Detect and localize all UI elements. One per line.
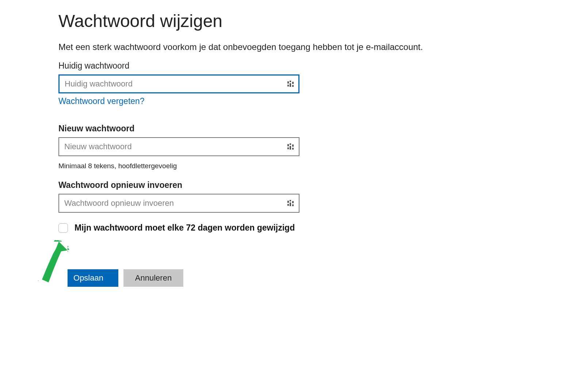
current-password-group: Huidig wachtwoord Wachtwoord vergeten? [58, 61, 530, 116]
svg-marker-27 [50, 241, 68, 253]
svg-rect-8 [292, 144, 294, 147]
cancel-button[interactable]: Annuleren [123, 269, 183, 287]
password-hint: Minimaal 8 tekens, hoofdlettergevoelig [58, 162, 530, 170]
svg-rect-6 [287, 144, 289, 146]
forgot-password-link[interactable]: Wachtwoord vergeten? [58, 96, 145, 106]
svg-marker-26 [50, 242, 68, 253]
svg-rect-14 [292, 201, 294, 203]
expire-checkbox[interactable] [58, 223, 68, 233]
new-password-label: Nieuw wachtwoord [58, 124, 530, 134]
expire-checkbox-row: Mijn wachtwoord moet elke 72 dagen worde… [58, 223, 530, 233]
svg-rect-0 [287, 81, 289, 84]
svg-marker-29 [49, 242, 68, 253]
new-password-wrapper [58, 137, 299, 156]
page-description: Met een sterk wachtwoord voorkom je dat … [58, 42, 530, 52]
confirm-password-input[interactable] [58, 194, 299, 213]
svg-marker-20 [60, 240, 69, 252]
page-title: Wachtwoord wijzigen [58, 11, 530, 31]
svg-rect-11 [292, 148, 294, 150]
current-password-wrapper [58, 74, 299, 93]
svg-rect-9 [287, 147, 289, 149]
svg-rect-15 [287, 204, 289, 206]
svg-rect-13 [290, 200, 291, 201]
svg-rect-1 [290, 81, 291, 82]
svg-rect-16 [290, 202, 291, 206]
svg-marker-24 [59, 241, 68, 254]
svg-rect-3 [287, 85, 289, 86]
confirm-password-wrapper [58, 194, 299, 213]
svg-marker-22 [57, 241, 69, 252]
svg-rect-10 [290, 146, 291, 150]
save-button[interactable]: Opslaan [58, 269, 118, 287]
new-password-input[interactable] [58, 137, 299, 156]
button-row: Opslaan Annuleren [58, 269, 530, 287]
new-password-group: Nieuw wachtwoord Minimaal 8 tekens, hoof… [58, 124, 530, 170]
svg-rect-17 [292, 204, 294, 206]
svg-rect-5 [292, 85, 294, 87]
confirm-password-group: Wachtwoord opnieuw invoeren [58, 180, 530, 213]
password-manager-icon[interactable] [287, 80, 294, 88]
current-password-input[interactable] [58, 74, 299, 93]
confirm-password-label: Wachtwoord opnieuw invoeren [58, 180, 530, 190]
current-password-label: Huidig wachtwoord [58, 61, 530, 71]
svg-rect-4 [290, 83, 291, 87]
expire-checkbox-label: Mijn wachtwoord moet elke 72 dagen worde… [75, 223, 295, 233]
svg-rect-2 [292, 82, 294, 84]
svg-marker-33 [54, 242, 68, 252]
svg-marker-30 [51, 242, 68, 253]
svg-rect-12 [287, 201, 289, 203]
password-manager-icon[interactable] [287, 200, 294, 207]
password-manager-icon[interactable] [287, 143, 294, 150]
svg-rect-7 [290, 143, 291, 145]
